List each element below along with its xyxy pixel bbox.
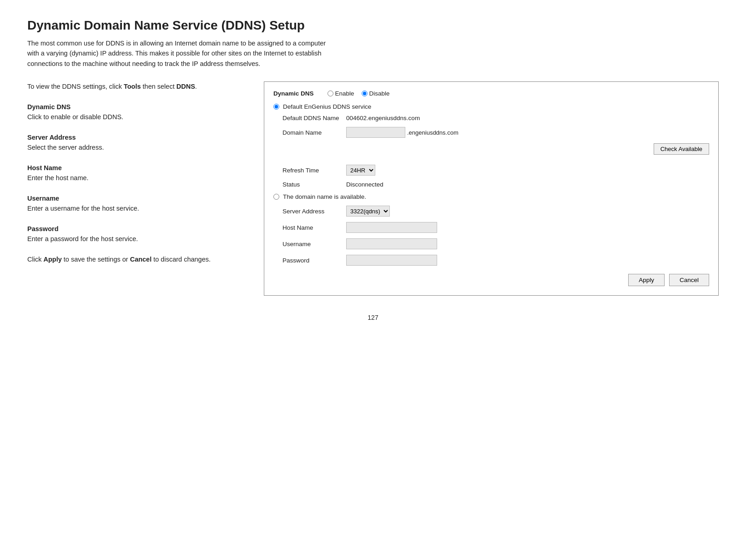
username-label: Username (282, 241, 346, 247)
default-service-row: Default EnGenius DDNS service (273, 103, 709, 110)
domain-suffix: .engeniusddns.com (407, 129, 459, 136)
password-label: Password (282, 257, 346, 264)
intro-text: The most common use for DDNS is in allow… (27, 38, 328, 69)
check-available-button[interactable]: Check Available (654, 143, 709, 155)
dynamic-dns-section: Dynamic DNS Click to enable or disable D… (27, 102, 246, 122)
username-input[interactable] (346, 238, 437, 249)
server-address-select[interactable]: 3322(qdns) (346, 206, 390, 217)
domain-available-row: The domain name is available. (273, 193, 709, 200)
username-row: Username (282, 238, 709, 249)
domain-name-input[interactable] (346, 127, 405, 138)
host-name-input[interactable] (346, 222, 437, 233)
status-value: Disconnected (346, 181, 383, 188)
username-section: Username Enter a username for the host s… (27, 193, 246, 214)
server-address-label: Server Address (282, 208, 346, 215)
disable-radio-label[interactable]: Disable (362, 90, 390, 97)
apply-instruction: Click Apply to save the settings or Canc… (27, 254, 246, 264)
check-available-wrap: Check Available (273, 143, 709, 160)
default-service-label: Default EnGenius DDNS service (283, 103, 371, 110)
server-address-row: Server Address 3322(qdns) (282, 206, 709, 217)
password-row: Password (282, 255, 709, 266)
refresh-time-row: Refresh Time 24HR (282, 165, 709, 176)
host-name-label: Host Name (282, 224, 346, 231)
default-ddns-name-value: 004602.engeniusddns.com (346, 115, 420, 121)
host-name-section: Host Name Enter the host name. (27, 163, 246, 183)
domain-available-radio[interactable] (273, 194, 279, 200)
refresh-time-label: Refresh Time (282, 167, 346, 174)
enable-radio[interactable] (328, 91, 333, 96)
enable-disable-group: Enable Disable (328, 90, 390, 97)
apply-button[interactable]: Apply (628, 274, 665, 286)
click-instruction: To view the DDNS settings, click Tools t… (27, 81, 246, 91)
panel-title-label: Dynamic DNS (273, 90, 314, 97)
page-title: Dynamic Domain Name Service (DDNS) Setup (27, 18, 719, 33)
status-label: Status (282, 181, 346, 188)
page-number: 127 (27, 314, 719, 321)
refresh-time-select[interactable]: 24HR (346, 165, 375, 176)
password-input[interactable] (346, 255, 437, 266)
default-ddns-name-label: Default DDNS Name (282, 115, 346, 121)
panel-title-row: Dynamic DNS Enable Disable (273, 90, 709, 97)
domain-available-label: The domain name is available. (283, 193, 366, 200)
default-service-radio[interactable] (273, 104, 279, 110)
domain-name-row: Domain Name .engeniusddns.com (282, 127, 709, 138)
status-row: Status Disconnected (282, 181, 709, 188)
ddns-panel: Dynamic DNS Enable Disable Default EnGen… (264, 81, 719, 296)
action-buttons: Apply Cancel (273, 274, 709, 286)
server-address-section: Server Address Select the server address… (27, 132, 246, 153)
domain-name-label: Domain Name (282, 129, 346, 136)
password-section: Password Enter a password for the host s… (27, 224, 246, 244)
disable-radio[interactable] (362, 91, 368, 96)
cancel-button[interactable]: Cancel (669, 274, 709, 286)
default-ddns-name-row: Default DDNS Name 004602.engeniusddns.co… (282, 115, 709, 121)
host-name-row: Host Name (282, 222, 709, 233)
enable-radio-label[interactable]: Enable (328, 90, 354, 97)
